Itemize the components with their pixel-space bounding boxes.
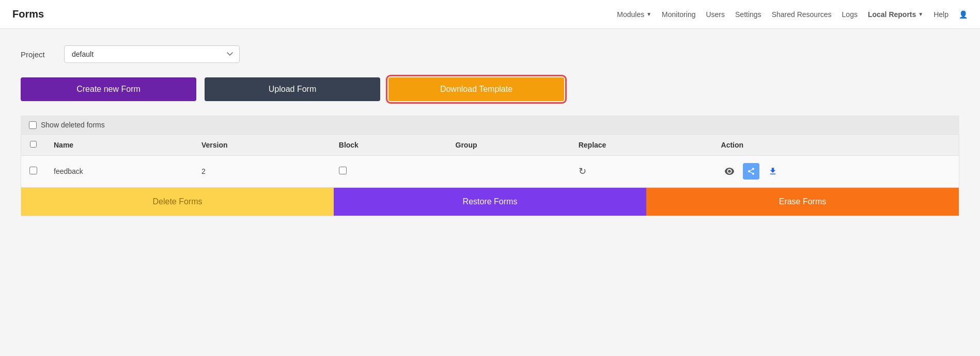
row-checkbox[interactable] xyxy=(29,167,37,174)
action-icons-group xyxy=(721,163,951,180)
share-button[interactable] xyxy=(743,163,759,180)
show-deleted-bar: Show deleted forms xyxy=(21,116,959,134)
create-new-form-button[interactable]: Create new Form xyxy=(21,77,196,101)
nav-settings[interactable]: Settings xyxy=(735,10,761,19)
row-version-cell: 2 xyxy=(193,156,331,187)
header: Forms Modules ▼ Monitoring Users Setting… xyxy=(0,0,980,29)
select-all-checkbox[interactable] xyxy=(30,141,37,148)
col-action-header: Action xyxy=(713,135,959,156)
col-replace-header: Replace xyxy=(570,135,713,156)
view-button[interactable] xyxy=(721,163,738,180)
show-deleted-label: Show deleted forms xyxy=(41,121,105,129)
table-header-row: Name Version Block Group Replace Action xyxy=(21,135,959,156)
row-action-cell xyxy=(713,156,959,187)
row-replace-cell: ↻ xyxy=(570,156,713,187)
nav-shared-resources[interactable]: Shared Resources xyxy=(772,10,832,19)
col-block-header: Block xyxy=(331,135,447,156)
show-deleted-checkbox[interactable] xyxy=(29,121,37,129)
row-block-cell xyxy=(331,156,447,187)
download-icon xyxy=(768,166,777,176)
project-select[interactable]: default xyxy=(64,45,240,63)
page-title: Forms xyxy=(12,8,44,20)
main-content: Project default Create new Form Upload F… xyxy=(0,29,980,233)
replace-refresh-icon[interactable]: ↻ xyxy=(579,166,586,176)
table-row: feedback 2 ↻ xyxy=(21,156,959,187)
col-version-header: Version xyxy=(193,135,331,156)
local-reports-dropdown-arrow: ▼ xyxy=(918,11,923,17)
user-icon[interactable]: 👤 xyxy=(959,10,968,19)
forms-table-container: Name Version Block Group Replace Action … xyxy=(21,134,959,216)
project-row: Project default xyxy=(21,45,959,63)
col-group-header: Group xyxy=(447,135,570,156)
upload-form-button[interactable]: Upload Form xyxy=(205,77,380,101)
row-block-checkbox[interactable] xyxy=(339,167,347,174)
eye-icon xyxy=(725,168,734,175)
row-name-cell: feedback xyxy=(45,156,193,187)
forms-table: Name Version Block Group Replace Action … xyxy=(21,135,959,187)
nav-logs[interactable]: Logs xyxy=(842,10,858,19)
action-buttons: Create new Form Upload Form Download Tem… xyxy=(21,77,959,101)
row-checkbox-cell xyxy=(21,156,45,187)
nav-help[interactable]: Help xyxy=(934,10,948,19)
nav-bar: Modules ▼ Monitoring Users Settings Shar… xyxy=(617,10,968,19)
download-template-button[interactable]: Download Template xyxy=(388,77,564,101)
restore-forms-button[interactable]: Restore Forms xyxy=(334,188,646,216)
modules-dropdown-arrow: ▼ xyxy=(646,11,651,17)
nav-local-reports[interactable]: Local Reports ▼ xyxy=(868,10,923,19)
delete-forms-button[interactable]: Delete Forms xyxy=(21,188,334,216)
col-name-header: Name xyxy=(45,135,193,156)
share-icon xyxy=(747,167,755,175)
bottom-buttons: Delete Forms Restore Forms Erase Forms xyxy=(21,187,959,216)
download-button[interactable] xyxy=(765,163,781,180)
col-checkbox-header xyxy=(21,135,45,156)
row-group-cell xyxy=(447,156,570,187)
erase-forms-button[interactable]: Erase Forms xyxy=(646,188,959,216)
project-label: Project xyxy=(21,50,52,59)
nav-users[interactable]: Users xyxy=(706,10,725,19)
nav-monitoring[interactable]: Monitoring xyxy=(662,10,695,19)
nav-modules[interactable]: Modules ▼ xyxy=(617,10,651,19)
